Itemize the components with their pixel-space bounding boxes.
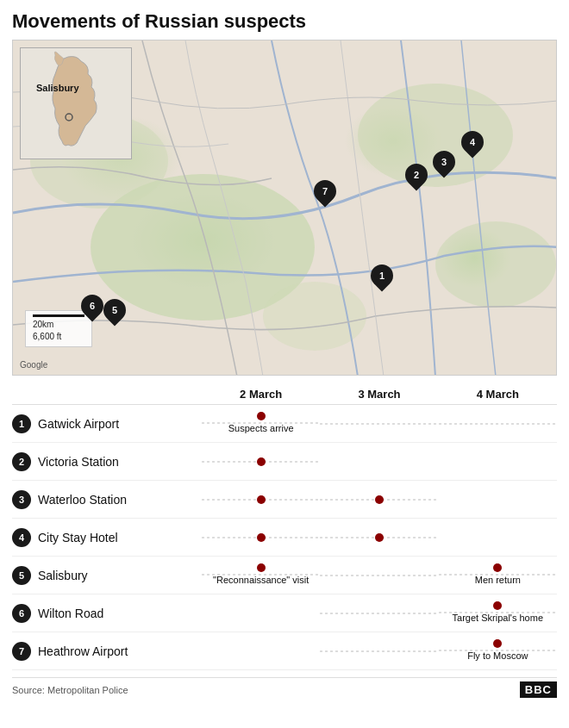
- col-header-2march: 2 March: [202, 388, 320, 401]
- uk-outline-svg: Salisbury: [21, 48, 132, 159]
- event-cell-3-3: [320, 495, 438, 504]
- location-cell-3: 3 Waterloo Station: [12, 490, 202, 509]
- svg-text:Salisbury: Salisbury: [36, 83, 79, 93]
- inset-map: Salisbury: [20, 47, 132, 159]
- scale-km: 20km: [33, 319, 84, 331]
- event-label-6-4: Target Skripal's home: [453, 612, 543, 624]
- dot-wrapper-1-2: Suspects arrive: [228, 412, 294, 434]
- table-row: 5 Salisbury "Reconnaissance" visit Men r…: [12, 557, 557, 594]
- col-header-4march: 4 March: [439, 388, 557, 401]
- table-row: 3 Waterloo Station: [12, 481, 557, 519]
- loc-number-6: 6: [12, 604, 31, 623]
- event-cell-2-2: [202, 457, 320, 466]
- loc-number-3: 3: [12, 490, 31, 509]
- event-dot-5-4: [493, 563, 502, 572]
- event-cell-4-3: [320, 533, 438, 542]
- location-cell-2: 2 Victoria Station: [12, 452, 202, 471]
- dot-wrapper-4-2: [257, 533, 266, 542]
- bbc-logo: BBC: [520, 681, 557, 698]
- page-title: Movements of Russian suspects: [12, 10, 557, 33]
- location-cell-1: 1 Gatwick Airport: [12, 414, 202, 433]
- table-row: 6 Wilton Road Target Skripal's home: [12, 594, 557, 632]
- location-cell-4: 4 City Stay Hotel: [12, 528, 202, 547]
- dot-wrapper-7-4: Fly to Moscow: [467, 639, 528, 662]
- dot-wrapper-6-4: Target Skripal's home: [453, 601, 543, 624]
- location-cell-7: 7 Heathrow Airport: [12, 642, 202, 661]
- map-container: Salisbury 20km 6,600 ft Google 1 2 3 4 5…: [12, 40, 557, 376]
- dot-wrapper-3-3: [375, 495, 384, 504]
- event-dot-6-4: [493, 601, 502, 610]
- dot-wrapper-5-4: Men return: [475, 563, 521, 586]
- timeline-header: 2 March 3 March 4 March: [12, 384, 557, 405]
- table-row: 1 Gatwick Airport Suspects arrive: [12, 405, 557, 443]
- event-cell-1-2: Suspects arrive: [202, 412, 320, 434]
- dot-wrapper-4-3: [375, 533, 384, 542]
- event-dot-5-2: [257, 563, 266, 572]
- dot-wrapper-3-2: [257, 495, 266, 504]
- event-dot-3-2: [257, 495, 266, 504]
- event-dot-3-3: [375, 495, 384, 504]
- location-cell-6: 6 Wilton Road: [12, 604, 202, 623]
- google-label: Google: [20, 360, 47, 370]
- col-header-3march: 3 March: [320, 388, 438, 401]
- dot-wrapper-5-2: "Reconnaissance" visit: [213, 563, 309, 586]
- source-text: Source: Metropolitan Police: [12, 685, 128, 695]
- event-cell-5-2: "Reconnaissance" visit: [202, 563, 320, 586]
- loc-name-5: Salisbury: [38, 569, 88, 582]
- page-container: Movements of Russian suspects: [0, 0, 569, 706]
- loc-name-7: Heathrow Airport: [38, 644, 128, 658]
- svg-point-3: [435, 221, 556, 308]
- event-dot-1-2: [257, 412, 266, 420]
- svg-point-4: [263, 282, 366, 351]
- event-label-7-4: Fly to Moscow: [467, 650, 528, 662]
- event-label-5-2: "Reconnaissance" visit: [213, 574, 309, 586]
- event-cell-4-2: [202, 533, 320, 542]
- table-row: 2 Victoria Station: [12, 443, 557, 481]
- footer: Source: Metropolitan Police BBC: [12, 677, 557, 698]
- event-cell-3-2: [202, 495, 320, 504]
- table-row: 4 City Stay Hotel: [12, 519, 557, 557]
- dot-wrapper-2-2: [257, 457, 266, 466]
- loc-number-2: 2: [12, 452, 31, 471]
- location-cell-5: 5 Salisbury: [12, 566, 202, 585]
- event-label-1-2: Suspects arrive: [228, 422, 294, 434]
- event-dot-7-4: [493, 639, 502, 648]
- timeline-section: 2 March 3 March 4 March 1 Gatwick Airpor…: [12, 384, 557, 670]
- event-cell-5-4: Men return: [439, 563, 557, 586]
- event-cell-7-4: Fly to Moscow: [439, 639, 557, 662]
- event-cell-6-4: Target Skripal's home: [439, 601, 557, 624]
- loc-number-1: 1: [12, 414, 31, 433]
- table-row: 7 Heathrow Airport Fly to Moscow: [12, 632, 557, 670]
- loc-name-6: Wilton Road: [38, 607, 103, 620]
- event-dot-4-2: [257, 533, 266, 542]
- loc-number-7: 7: [12, 642, 31, 661]
- scale-bar: 20km 6,600 ft: [25, 310, 92, 347]
- loc-name-3: Waterloo Station: [38, 493, 127, 507]
- col-header-location: [12, 388, 202, 401]
- loc-name-2: Victoria Station: [38, 455, 119, 469]
- event-dot-4-3: [375, 533, 384, 542]
- scale-ft: 6,600 ft: [33, 331, 84, 343]
- loc-number-5: 5: [12, 566, 31, 585]
- event-dot-2-2: [257, 457, 266, 466]
- event-label-5-4: Men return: [475, 574, 521, 586]
- loc-name-4: City Stay Hotel: [38, 531, 118, 544]
- loc-number-4: 4: [12, 528, 31, 547]
- loc-name-1: Gatwick Airport: [38, 417, 119, 431]
